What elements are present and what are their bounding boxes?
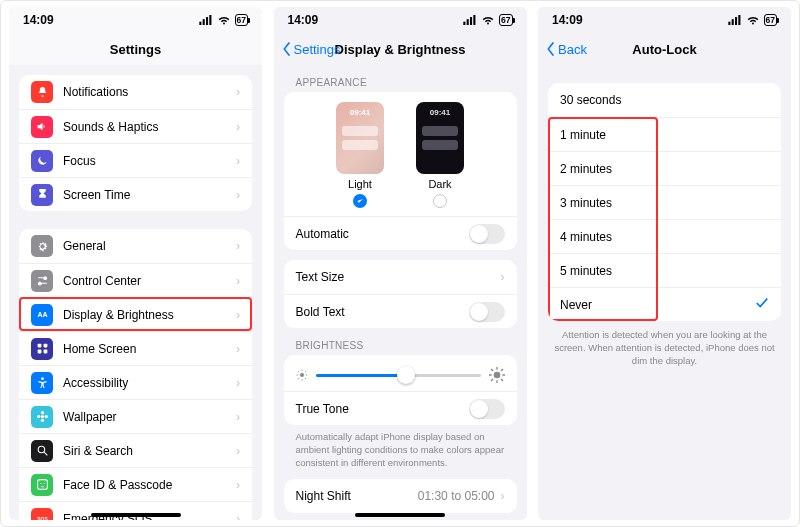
home-indicator [91, 513, 181, 517]
wifi-icon [746, 15, 760, 25]
automatic-row[interactable]: Automatic [284, 216, 517, 250]
bold-toggle[interactable] [469, 302, 505, 322]
svg-line-54 [501, 379, 503, 381]
svg-point-39 [300, 373, 304, 377]
svg-rect-38 [473, 15, 475, 25]
svg-point-16 [44, 415, 47, 418]
text-size-row[interactable]: Text Size › [284, 260, 517, 294]
cellular-icon [199, 15, 213, 25]
appearance-dark[interactable]: 09:41 Dark [416, 102, 464, 208]
autolock-option[interactable]: 2 minutes [548, 151, 781, 185]
autolock-option[interactable]: 30 seconds [548, 83, 781, 117]
settings-row-home-screen[interactable]: Home Screen› [19, 331, 252, 365]
settings-row-display-brightness[interactable]: AADisplay & Brightness› [19, 297, 252, 331]
access-icon [31, 372, 53, 394]
appearance-group: 09:41 Light 09:41 Dark [284, 92, 517, 250]
settings-row-notifications[interactable]: Notifications› [19, 75, 252, 109]
option-label: 30 seconds [560, 93, 621, 107]
settings-row-accessibility[interactable]: Accessibility› [19, 365, 252, 399]
settings-row-sounds-haptics[interactable]: Sounds & Haptics› [19, 109, 252, 143]
page-title: Display & Brightness [335, 42, 466, 57]
row-label: Home Screen [63, 342, 136, 356]
row-label: General [63, 239, 106, 253]
settings-row-general[interactable]: General› [19, 229, 252, 263]
chevron-right-icon: › [236, 188, 240, 202]
radio-off-icon [433, 194, 447, 208]
svg-rect-0 [199, 22, 201, 25]
chevron-right-icon: › [236, 376, 240, 390]
true-tone-toggle[interactable] [469, 399, 505, 419]
autolock-option[interactable]: 5 minutes [548, 253, 781, 287]
wifi-icon [217, 15, 231, 25]
nav-bar: Back Auto-Lock [538, 33, 791, 65]
svg-rect-7 [37, 344, 41, 348]
checkmark-icon [755, 296, 769, 313]
hourglass-icon [31, 184, 53, 206]
settings-row-siri-search[interactable]: Siri & Search› [19, 433, 252, 467]
dark-label: Dark [428, 178, 451, 190]
chevron-right-icon: › [236, 478, 240, 492]
option-label: 3 minutes [560, 196, 612, 210]
status-bar: 14:09 67 [9, 7, 262, 33]
chevron-right-icon: › [236, 410, 240, 424]
cellular-icon [463, 15, 477, 25]
row-label: Control Center [63, 274, 141, 288]
svg-line-46 [298, 378, 299, 379]
true-tone-row[interactable]: True Tone [284, 391, 517, 425]
svg-point-21 [43, 483, 44, 484]
chevron-right-icon: › [236, 274, 240, 288]
brightness-slider[interactable] [316, 365, 481, 385]
settings-body: Notifications›Sounds & Haptics›Focus›Scr… [9, 65, 262, 520]
settings-row-focus[interactable]: Focus› [19, 143, 252, 177]
status-bar: 14:09 67 [274, 7, 527, 33]
svg-line-45 [305, 378, 306, 379]
checkmark-icon [353, 194, 367, 208]
autolock-option[interactable]: Never [548, 287, 781, 321]
row-label: Display & Brightness [63, 308, 174, 322]
night-shift-row[interactable]: Night Shift 01:30 to 05:00 › [284, 479, 517, 513]
row-label: Wallpaper [63, 410, 117, 424]
svg-rect-3 [209, 15, 211, 25]
svg-line-56 [501, 369, 503, 371]
chevron-left-icon [546, 42, 556, 56]
night-shift-group: Night Shift 01:30 to 05:00 › [284, 479, 517, 513]
autolock-option[interactable]: 1 minute [548, 117, 781, 151]
chevron-right-icon: › [236, 85, 240, 99]
settings-row-emergency-sos[interactable]: SOSEmergency SOS› [19, 501, 252, 520]
autolock-option[interactable]: 3 minutes [548, 185, 781, 219]
back-button[interactable]: Back [546, 33, 587, 65]
three-phone-layout: 14:09 67 Settings Notifications›Sounds &… [0, 0, 800, 527]
option-label: 4 minutes [560, 230, 612, 244]
appearance-light[interactable]: 09:41 Light [336, 102, 384, 208]
settings-row-wallpaper[interactable]: Wallpaper› [19, 399, 252, 433]
chevron-right-icon: › [236, 512, 240, 521]
speaker-icon [31, 116, 53, 138]
status-time: 14:09 [288, 13, 319, 27]
chevron-left-icon [282, 42, 292, 56]
settings-row-screen-time[interactable]: Screen Time› [19, 177, 252, 211]
svg-rect-59 [735, 17, 737, 25]
svg-line-53 [491, 369, 493, 371]
back-label: Back [558, 42, 587, 57]
nav-bar: Settings Display & Brightness [274, 33, 527, 65]
svg-rect-8 [43, 344, 47, 348]
settings-row-control-center[interactable]: Control Center› [19, 263, 252, 297]
sun-small-icon [296, 369, 308, 381]
settings-row-face-id-passcode[interactable]: Face ID & Passcode› [19, 467, 252, 501]
battery-icon: 67 [499, 14, 512, 26]
brightness-header: BRIGHTNESS [274, 328, 527, 355]
autolock-note: Attention is detected when you are looki… [538, 321, 791, 375]
chevron-right-icon: › [501, 270, 505, 284]
row-label: Focus [63, 154, 96, 168]
chevron-right-icon: › [236, 154, 240, 168]
chevron-right-icon: › [236, 239, 240, 253]
option-label: 5 minutes [560, 264, 612, 278]
bold-text-row[interactable]: Bold Text [284, 294, 517, 328]
page-title: Settings [110, 42, 161, 57]
back-button[interactable]: Settings [282, 33, 341, 65]
svg-point-20 [40, 483, 41, 484]
svg-rect-60 [738, 15, 740, 25]
autolock-option[interactable]: 4 minutes [548, 219, 781, 253]
automatic-toggle[interactable] [469, 224, 505, 244]
brightness-slider-row [284, 355, 517, 391]
